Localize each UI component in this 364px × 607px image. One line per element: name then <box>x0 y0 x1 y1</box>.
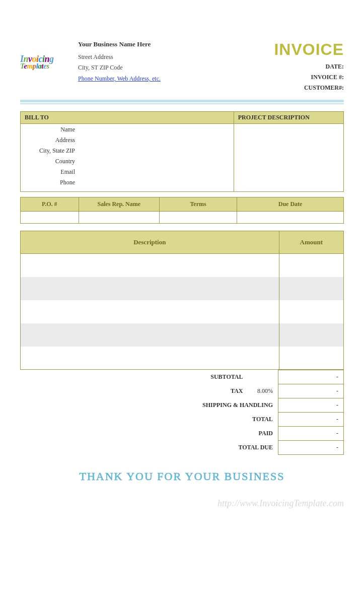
sales-rep-header: Sales Rep. Name <box>79 197 160 212</box>
invoice-meta: INVOICE DATE: INVOICE #: CUSTOMER#: <box>253 40 344 95</box>
bill-to-header: BILL TO <box>21 112 234 124</box>
description-header: Description <box>21 231 279 254</box>
invoice-number-label: INVOICE #: <box>253 74 344 81</box>
bill-name-label: Name <box>25 126 75 133</box>
shipping-label: SHIPPING & HANDLING <box>58 398 278 413</box>
business-street: Street Address <box>78 53 253 61</box>
business-city: City, ST ZIP Code <box>78 64 253 72</box>
sales-rep-cell <box>79 212 160 224</box>
watermark: http://www.InvoicingTemplate.com <box>20 498 344 509</box>
terms-header: Terms <box>160 197 237 212</box>
bill-address-label: Address <box>25 137 75 144</box>
invoice-header: Invoicing Templates Your Business Name H… <box>20 40 344 95</box>
tax-label: TAX <box>58 384 248 398</box>
totals-table: SUBTOTAL - TAX 8.00% - SHIPPING & HANDLI… <box>20 370 344 455</box>
total-label: TOTAL <box>58 413 278 427</box>
subtotal-label: SUBTOTAL <box>58 370 248 384</box>
divider <box>20 100 344 104</box>
due-date-header: Due Date <box>237 197 344 212</box>
item-row <box>21 347 344 370</box>
customer-number-label: CUSTOMER#: <box>253 84 344 92</box>
amount-header: Amount <box>279 231 343 254</box>
po-number-header: P.O. # <box>21 197 79 212</box>
invoice-title: INVOICE <box>253 40 344 59</box>
paid-label: PAID <box>58 427 278 441</box>
items-table: Description Amount <box>20 231 344 370</box>
thank-you-message: THANK YOU FOR YOUR BUSINESS <box>20 470 344 483</box>
business-name: Your Business Name Here <box>78 40 253 48</box>
bill-to-table: BILL TO PROJECT DESCRIPTION Name Address… <box>20 111 344 192</box>
po-table: P.O. # Sales Rep. Name Terms Due Date <box>20 197 344 224</box>
po-number-cell <box>21 212 79 224</box>
bill-phone-label: Phone <box>25 179 75 186</box>
date-label: DATE: <box>253 63 344 71</box>
project-description-cell <box>234 124 343 192</box>
bill-country-label: Country <box>25 158 75 165</box>
business-contact-link[interactable]: Phone Number, Web Address, etc. <box>78 75 161 82</box>
logo: Invoicing Templates <box>20 40 78 95</box>
due-date-cell <box>237 212 344 224</box>
item-row <box>21 277 344 300</box>
tax-rate: 8.00% <box>248 384 278 398</box>
total-value: - <box>278 413 344 427</box>
tax-value: - <box>278 384 344 398</box>
bill-to-fields: Name Address City, State ZIP Country Ema… <box>21 124 234 192</box>
total-due-label: TOTAL DUE <box>58 441 278 455</box>
item-row <box>21 254 344 277</box>
shipping-value: - <box>278 398 344 413</box>
bill-email-label: Email <box>25 168 75 176</box>
terms-cell <box>160 212 237 224</box>
bill-citystatezip-label: City, State ZIP <box>25 147 75 155</box>
total-due-value: - <box>278 441 344 455</box>
paid-value: - <box>278 427 344 441</box>
item-row <box>21 300 344 323</box>
item-row <box>21 323 344 347</box>
project-description-header: PROJECT DESCRIPTION <box>234 112 343 124</box>
subtotal-value: - <box>278 370 344 384</box>
business-block: Your Business Name Here Street Address C… <box>78 40 253 95</box>
